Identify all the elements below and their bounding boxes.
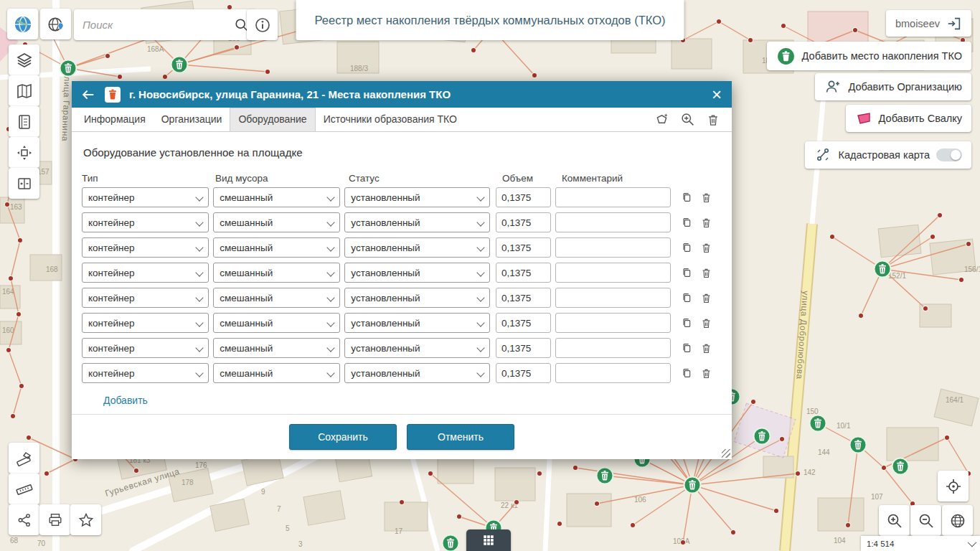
waste-site-marker[interactable]	[684, 477, 701, 494]
waste-source-dot[interactable]	[6, 347, 11, 352]
locate-on-globe-button[interactable]	[40, 9, 71, 39]
comment-input[interactable]	[555, 363, 671, 383]
waste-source-dot[interactable]	[881, 465, 886, 470]
waste-source-dot[interactable]	[966, 241, 971, 246]
waste-source-dot[interactable]	[10, 413, 15, 418]
waste-source-dot[interactable]	[594, 501, 599, 506]
status-select[interactable]: установленный	[344, 187, 490, 207]
geolocate-button[interactable]	[938, 471, 969, 501]
waste-source-dot[interactable]	[630, 522, 635, 527]
waste-source-dot[interactable]	[557, 521, 562, 526]
measure-button[interactable]	[9, 474, 39, 504]
waste-source-dot[interactable]	[958, 277, 963, 282]
waste-kind-select[interactable]: смешанный	[213, 237, 340, 258]
print-button[interactable]	[39, 504, 70, 535]
waste-source-dot[interactable]	[44, 471, 49, 476]
waste-source-dot[interactable]	[4, 202, 9, 207]
waste-source-dot[interactable]	[19, 383, 24, 388]
type-select[interactable]: контейнер	[82, 212, 209, 232]
waste-kind-select[interactable]: смешанный	[213, 338, 340, 358]
resize-handle[interactable]	[722, 449, 730, 458]
waste-source-dot[interactable]	[399, 499, 404, 504]
sidebar-item-compare[interactable]	[9, 168, 39, 199]
status-select[interactable]: установленный	[344, 263, 490, 283]
waste-source-dot[interactable]	[748, 37, 753, 42]
volume-input[interactable]	[496, 363, 551, 383]
type-select[interactable]: контейнер	[82, 187, 209, 207]
waste-site-marker[interactable]	[875, 261, 891, 278]
waste-source-dot[interactable]	[26, 435, 31, 440]
share-button[interactable]	[9, 504, 39, 535]
waste-source-dot[interactable]	[162, 74, 167, 79]
waste-source-dot[interactable]	[16, 311, 21, 316]
waste-source-dot[interactable]	[923, 306, 928, 311]
waste-kind-select[interactable]: смешанный	[213, 187, 340, 207]
zoom-out-button[interactable]	[910, 505, 941, 536]
status-select[interactable]: установленный	[344, 288, 490, 308]
volume-input[interactable]	[496, 338, 551, 358]
waste-source-dot[interactable]	[428, 471, 433, 476]
status-select[interactable]: установленный	[344, 237, 490, 258]
waste-source-dot[interactable]	[265, 69, 270, 74]
delete-row-button[interactable]	[700, 317, 712, 329]
copy-row-button[interactable]	[681, 342, 692, 354]
waste-source-dot[interactable]	[456, 514, 461, 519]
type-select[interactable]: контейнер	[82, 338, 209, 358]
waste-site-marker[interactable]	[171, 57, 188, 73]
add-waste-site-button[interactable]: Добавить место накопления ТКО	[767, 42, 971, 70]
waste-site-marker[interactable]	[810, 415, 826, 432]
waste-source-dot[interactable]	[573, 465, 578, 470]
copy-row-button[interactable]	[681, 317, 692, 329]
comment-input[interactable]	[555, 237, 671, 258]
waste-source-dot[interactable]	[17, 237, 22, 242]
close-icon[interactable]: ×	[710, 86, 723, 103]
add-dump-button[interactable]: Добавить Свалку	[846, 105, 971, 132]
waste-source-dot[interactable]	[845, 522, 850, 527]
waste-source-dot[interactable]	[117, 74, 122, 79]
attribute-table-button[interactable]	[466, 529, 511, 551]
waste-source-dot[interactable]	[781, 23, 786, 28]
comment-input[interactable]	[555, 313, 671, 333]
comment-input[interactable]	[555, 288, 671, 308]
edit-geometry-button[interactable]	[654, 112, 669, 127]
waste-source-dot[interactable]	[514, 499, 519, 504]
type-select[interactable]: контейнер	[82, 363, 209, 383]
comment-input[interactable]	[555, 212, 671, 232]
add-equipment-link[interactable]: Добавить	[103, 395, 148, 406]
type-select[interactable]: контейнер	[82, 288, 209, 308]
comment-input[interactable]	[555, 263, 671, 283]
waste-site-marker[interactable]	[60, 60, 77, 77]
delete-row-button[interactable]	[700, 342, 712, 354]
delete-row-button[interactable]	[700, 192, 712, 204]
waste-source-dot[interactable]	[716, 19, 721, 24]
sidebar-item-edit-geometry[interactable]	[9, 137, 39, 168]
tab-3[interactable]: Источники образования ТКО	[316, 108, 465, 131]
sidebar-item-registry[interactable]	[9, 106, 39, 137]
zoom-to-site-button[interactable]	[680, 112, 695, 127]
copy-row-button[interactable]	[681, 292, 692, 303]
add-organization-button[interactable]: Добавить Организацию	[815, 73, 971, 100]
delete-row-button[interactable]	[700, 367, 712, 380]
waste-kind-select[interactable]: смешанный	[213, 263, 340, 283]
waste-source-dot[interactable]	[105, 53, 110, 58]
copy-row-button[interactable]	[681, 267, 692, 278]
type-select[interactable]: контейнер	[82, 263, 209, 283]
tab-1[interactable]: Организации	[154, 108, 230, 131]
cadastre-toggle-button[interactable]: Кадастровая карта	[805, 141, 971, 169]
comment-input[interactable]	[555, 187, 671, 207]
copy-row-button[interactable]	[681, 242, 692, 253]
waste-site-marker[interactable]	[892, 458, 909, 475]
world-extent-button[interactable]	[942, 505, 973, 536]
waste-source-dot[interactable]	[944, 435, 949, 440]
waste-source-dot[interactable]	[471, 47, 476, 52]
waste-source-dot[interactable]	[858, 313, 863, 318]
tab-2[interactable]: Оборудование	[230, 108, 315, 131]
waste-site-marker[interactable]	[754, 428, 771, 445]
comment-input[interactable]	[555, 338, 671, 358]
search-input[interactable]	[81, 18, 230, 32]
waste-source-dot[interactable]	[930, 234, 935, 239]
waste-source-dot[interactable]	[680, 540, 685, 545]
delete-row-button[interactable]	[700, 217, 712, 229]
waste-site-marker[interactable]	[850, 437, 867, 453]
waste-source-dot[interactable]	[133, 468, 138, 473]
